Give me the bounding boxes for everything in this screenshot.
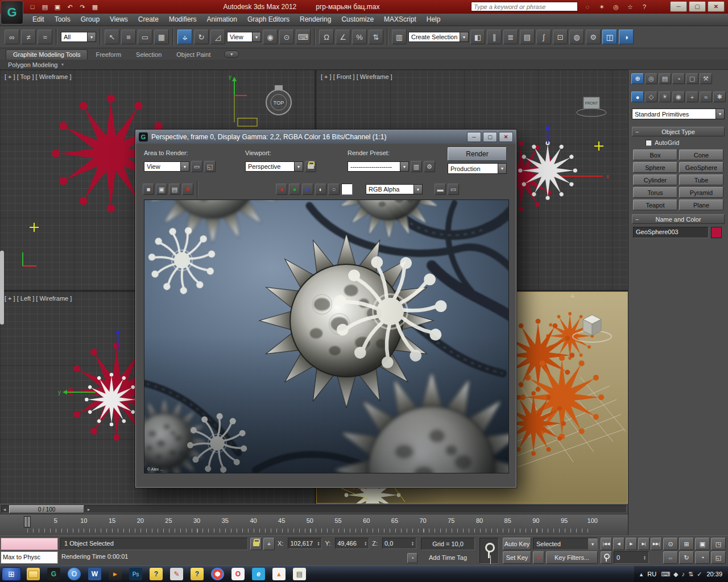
menu-item[interactable]: Customize	[336, 14, 379, 26]
zoom-extents-icon[interactable]: ▣	[695, 538, 710, 550]
track-bar[interactable]: 0510152025303540455055606570758085909510…	[0, 514, 628, 535]
time-tag-icon[interactable]: ◔	[407, 553, 417, 563]
x-coordinate-field[interactable]: 102,617▲▼	[288, 538, 322, 549]
menu-item[interactable]: Views	[105, 14, 133, 26]
menu-item[interactable]: Graph Editors	[242, 14, 295, 26]
taskbar-photoshop-icon[interactable]: Ps	[129, 568, 142, 580]
render-mode-dropdown[interactable]: Production▼	[448, 163, 507, 174]
window-crossing-icon[interactable]: ▦	[154, 30, 169, 44]
render-production-icon[interactable]: ◑	[619, 30, 634, 44]
taskbar-help-icon[interactable]: ?	[150, 568, 163, 580]
primitive-button[interactable]: Tube	[679, 174, 723, 185]
object-type-rollout-header[interactable]: − Object Type	[632, 127, 725, 136]
isolate-key-button[interactable]	[479, 538, 499, 564]
next-frame-arrow-icon[interactable]: ▸	[85, 506, 92, 513]
viewport-front-label[interactable]: [ + ] [ Front ] [ Wireframe ]	[321, 73, 392, 80]
named-selection-sets-dropdown[interactable]: Create Selection Se▼	[408, 32, 469, 42]
systems-category-icon[interactable]: ✱	[713, 92, 726, 102]
tray-chevron-icon[interactable]: ▴	[640, 571, 643, 578]
maximize-button[interactable]: ▢	[689, 1, 706, 12]
primitive-button[interactable]: Sphere	[633, 162, 677, 173]
current-frame-field[interactable]: 0▲▼	[614, 551, 649, 564]
menu-item[interactable]: Modifiers	[164, 14, 202, 26]
select-and-rotate-icon[interactable]: ↻	[194, 30, 209, 44]
primitive-button[interactable]: Cylinder	[633, 174, 677, 185]
open-file-icon[interactable]: ▤	[40, 2, 50, 12]
rfw-title-bar[interactable]: G Perspective, frame 0, Display Gamma: 2…	[136, 130, 516, 144]
edit-named-sets-icon[interactable]: ▥	[392, 30, 407, 44]
print-image-icon[interactable]: ▤	[169, 184, 180, 195]
key-selection-set-dropdown[interactable]: Selected▼	[533, 538, 598, 550]
lock-selection-toggle[interactable]	[250, 538, 262, 550]
next-frame-button[interactable]: ▶|	[638, 538, 650, 550]
align-icon[interactable]: ∥	[487, 30, 502, 44]
help-icon[interactable]: ?	[639, 2, 650, 12]
primitive-button[interactable]: Plane	[679, 199, 723, 210]
key-mode-toggle[interactable]	[601, 551, 612, 564]
space-warps-category-icon[interactable]: ≈	[700, 92, 712, 102]
helpers-category-icon[interactable]: +	[686, 92, 698, 102]
mono-channel-icon[interactable]: ◐	[315, 184, 326, 195]
rfw-close-button[interactable]: ✕	[499, 132, 513, 142]
undo-icon[interactable]: ↶	[65, 2, 75, 12]
ribbon-minimize-toggle[interactable]: ▼	[224, 51, 239, 58]
tab-selection[interactable]: Selection	[129, 50, 168, 60]
use-pivot-center-icon[interactable]: ◉	[263, 30, 278, 44]
menu-item[interactable]: Help	[421, 14, 446, 26]
taskbar-notepad-icon[interactable]: ▤	[293, 568, 306, 580]
graphite-ribbon-toggle-icon[interactable]: ▤	[520, 30, 535, 44]
redo-icon[interactable]: ↷	[77, 2, 88, 12]
select-and-scale-icon[interactable]: ◿	[210, 30, 225, 44]
object-color-swatch[interactable]	[711, 227, 722, 238]
preset-options-icon[interactable]: ⚙	[424, 161, 435, 172]
render-preset-dropdown[interactable]: --------------------▼	[348, 161, 409, 172]
menu-item[interactable]: MAXScript	[379, 14, 421, 26]
set-key-button[interactable]: Set Key	[503, 551, 531, 564]
modify-tab-icon[interactable]: ◎	[645, 73, 657, 84]
shapes-category-icon[interactable]: ◇	[645, 92, 657, 102]
primitive-button[interactable]: Box	[633, 149, 677, 160]
percent-snap-icon[interactable]: %	[352, 30, 367, 44]
network-icon[interactable]: ⇅	[688, 571, 693, 578]
taskbar-folder-icon[interactable]	[27, 568, 40, 580]
minimize-button[interactable]: ─	[670, 1, 687, 12]
layer-manager-icon[interactable]: ≣	[503, 30, 518, 44]
pan-icon[interactable]: ⇔	[663, 551, 678, 564]
material-editor-icon[interactable]: ◍	[569, 30, 584, 44]
cameras-category-icon[interactable]: ◉	[672, 92, 685, 102]
taskbar-word-icon[interactable]: W	[88, 568, 101, 580]
object-name-field[interactable]: GeoSphere003	[633, 227, 709, 238]
maxscript-mini-listener[interactable]: Max to Physc	[1, 551, 58, 564]
time-slider-track[interactable]	[1, 505, 627, 513]
taskbar-ie-icon[interactable]: e	[252, 568, 265, 580]
primitive-button[interactable]: GeoSphere	[679, 162, 723, 173]
geometry-category-icon[interactable]: ●	[631, 92, 644, 102]
lights-category-icon[interactable]: ☀	[659, 92, 671, 102]
taskbar-chrome-icon[interactable]: ◉	[211, 568, 224, 580]
tab-graphite-modeling-tools[interactable]: Graphite Modeling Tools	[6, 49, 88, 60]
primitive-button[interactable]: Torus	[633, 187, 677, 198]
taskbar-opera-icon[interactable]: O	[231, 568, 245, 580]
language-indicator[interactable]: RU	[647, 571, 656, 577]
close-button[interactable]: ✕	[708, 1, 725, 12]
zoom-all-icon[interactable]: ⊞	[679, 538, 694, 550]
communication-center-icon[interactable]: ◎	[611, 2, 621, 12]
bind-to-space-warp-icon[interactable]: ≈	[38, 30, 52, 44]
viewport-top-label[interactable]: [ + ] [ Top ] [ Wireframe ]	[5, 73, 71, 80]
menu-item[interactable]: Rendering	[295, 14, 336, 26]
mirror-icon[interactable]: ◧	[470, 30, 485, 44]
select-and-move-icon[interactable]: ↔↕	[177, 30, 192, 44]
viewport-layout-tab-bar[interactable]	[0, 251, 4, 325]
toggle-statusbar-icon[interactable]: ▭	[448, 184, 459, 195]
menu-item[interactable]: Animation	[202, 14, 242, 26]
name-color-rollout-header[interactable]: − Name and Color	[632, 214, 725, 224]
time-slider-handle[interactable]: 0 / 100	[9, 505, 84, 513]
keyboard-layout-icon[interactable]: ⌨	[661, 571, 670, 578]
auto-region-icon[interactable]: ◱	[204, 161, 216, 172]
taskbar-help2-icon[interactable]: ?	[191, 568, 204, 580]
rfw-minimize-button[interactable]: ─	[467, 132, 481, 142]
taskbar-vlc-icon[interactable]: ▲	[272, 568, 286, 580]
antivirus-icon[interactable]: ◆	[673, 571, 678, 578]
keyboard-override-icon[interactable]: ⌨	[296, 30, 311, 44]
menu-item[interactable]: Group	[76, 14, 105, 26]
